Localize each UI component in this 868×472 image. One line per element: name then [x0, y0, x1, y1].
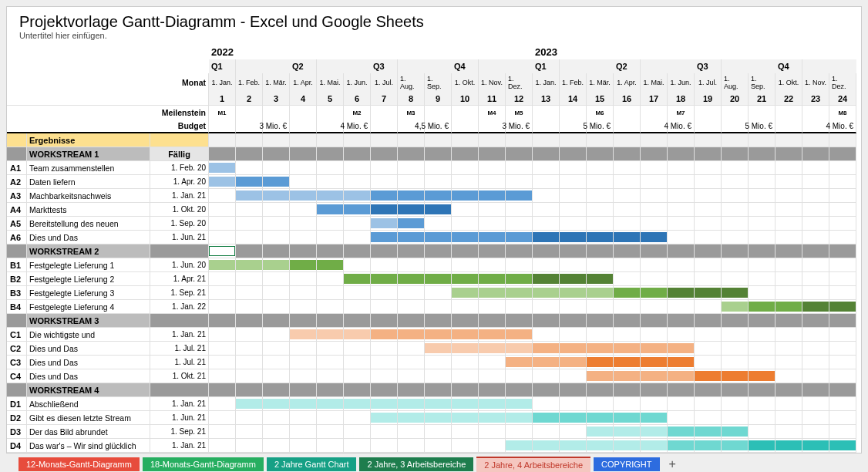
gantt-cell[interactable]	[749, 272, 775, 286]
gantt-cell[interactable]	[479, 342, 506, 356]
gantt-cell[interactable]	[209, 425, 236, 439]
gantt-cell[interactable]	[749, 161, 775, 175]
gantt-cell[interactable]	[344, 342, 371, 356]
gantt-cell[interactable]	[641, 356, 668, 369]
gantt-cell[interactable]	[533, 231, 560, 244]
gantt-cell[interactable]	[802, 286, 829, 300]
gantt-cell[interactable]	[829, 425, 856, 439]
gantt-cell[interactable]	[425, 231, 452, 244]
gantt-cell[interactable]	[479, 217, 506, 231]
gantt-cell[interactable]	[775, 272, 802, 286]
gantt-cell[interactable]	[722, 272, 749, 286]
gantt-cell[interactable]	[560, 300, 587, 314]
gantt-cell[interactable]	[641, 189, 668, 203]
gantt-cell[interactable]	[479, 300, 506, 314]
gantt-cell[interactable]	[668, 258, 695, 272]
gantt-cell[interactable]	[802, 411, 829, 425]
gantt-cell[interactable]	[425, 411, 452, 425]
gantt-cell[interactable]	[506, 425, 533, 439]
gantt-cell[interactable]	[829, 175, 856, 189]
gantt-cell[interactable]	[236, 300, 263, 314]
gantt-cell[interactable]	[560, 397, 587, 411]
gantt-cell[interactable]	[290, 397, 317, 411]
gantt-cell[interactable]	[236, 189, 263, 203]
gantt-cell[interactable]	[749, 411, 775, 425]
gantt-cell[interactable]	[749, 397, 775, 411]
gantt-cell[interactable]	[452, 397, 479, 411]
gantt-cell[interactable]	[452, 217, 479, 231]
gantt-cell[interactable]	[317, 217, 344, 231]
gantt-cell[interactable]	[263, 175, 290, 189]
gantt-cell[interactable]	[587, 328, 614, 342]
gantt-cell[interactable]	[236, 425, 263, 439]
gantt-cell[interactable]	[587, 286, 614, 300]
gantt-cell[interactable]	[344, 439, 371, 453]
gantt-cell[interactable]	[236, 258, 263, 272]
gantt-cell[interactable]	[749, 231, 775, 244]
gantt-cell[interactable]	[668, 175, 695, 189]
gantt-cell[interactable]	[398, 397, 425, 411]
gantt-cell[interactable]	[263, 342, 290, 356]
gantt-cell[interactable]	[344, 397, 371, 411]
gantt-cell[interactable]	[371, 439, 398, 453]
gantt-cell[interactable]	[641, 397, 668, 411]
gantt-cell[interactable]	[802, 369, 829, 383]
gantt-cell[interactable]	[587, 397, 614, 411]
gantt-cell[interactable]	[425, 189, 452, 203]
gantt-cell[interactable]	[236, 175, 263, 189]
gantt-cell[interactable]	[614, 425, 641, 439]
gantt-cell[interactable]	[317, 258, 344, 272]
gantt-cell[interactable]	[263, 425, 290, 439]
gantt-cell[interactable]	[398, 300, 425, 314]
gantt-cell[interactable]	[236, 356, 263, 369]
gantt-cell[interactable]	[344, 217, 371, 231]
gantt-cell[interactable]	[668, 397, 695, 411]
gantt-cell[interactable]	[668, 342, 695, 356]
gantt-cell[interactable]	[560, 286, 587, 300]
gantt-cell[interactable]	[533, 286, 560, 300]
gantt-cell[interactable]	[452, 356, 479, 369]
gantt-cell[interactable]	[722, 328, 749, 342]
gantt-cell[interactable]	[452, 161, 479, 175]
gantt-cell[interactable]	[236, 328, 263, 342]
gantt-cell[interactable]	[641, 342, 668, 356]
gantt-cell[interactable]	[290, 286, 317, 300]
gantt-cell[interactable]	[398, 217, 425, 231]
gantt-cell[interactable]	[317, 286, 344, 300]
gantt-cell[interactable]	[668, 272, 695, 286]
gantt-cell[interactable]	[560, 231, 587, 244]
gantt-cell[interactable]	[668, 189, 695, 203]
gantt-cell[interactable]	[506, 189, 533, 203]
gantt-cell[interactable]	[479, 411, 506, 425]
gantt-cell[interactable]	[749, 217, 775, 231]
gantt-cell[interactable]	[614, 272, 641, 286]
gantt-cell[interactable]	[668, 203, 695, 217]
add-sheet-button[interactable]: +	[663, 457, 682, 471]
gantt-cell[interactable]	[290, 258, 317, 272]
gantt-cell[interactable]	[344, 189, 371, 203]
gantt-cell[interactable]	[506, 342, 533, 356]
gantt-cell[interactable]	[722, 161, 749, 175]
gantt-cell[interactable]	[371, 397, 398, 411]
gantt-cell[interactable]	[829, 272, 856, 286]
gantt-cell[interactable]	[829, 203, 856, 217]
gantt-cell[interactable]	[371, 217, 398, 231]
gantt-cell[interactable]	[829, 161, 856, 175]
gantt-cell[interactable]	[695, 203, 722, 217]
gantt-cell[interactable]	[775, 175, 802, 189]
gantt-cell[interactable]	[236, 203, 263, 217]
gantt-cell[interactable]	[317, 328, 344, 342]
gantt-cell[interactable]	[371, 258, 398, 272]
gantt-cell[interactable]	[371, 272, 398, 286]
gantt-cell[interactable]	[829, 217, 856, 231]
gantt-cell[interactable]	[533, 300, 560, 314]
gantt-cell[interactable]	[749, 425, 775, 439]
gantt-cell[interactable]	[722, 258, 749, 272]
gantt-cell[interactable]	[533, 328, 560, 342]
gantt-cell[interactable]	[479, 189, 506, 203]
gantt-cell[interactable]	[775, 258, 802, 272]
gantt-cell[interactable]	[344, 203, 371, 217]
gantt-cell[interactable]	[614, 217, 641, 231]
gantt-cell[interactable]	[722, 342, 749, 356]
gantt-cell[interactable]	[425, 328, 452, 342]
